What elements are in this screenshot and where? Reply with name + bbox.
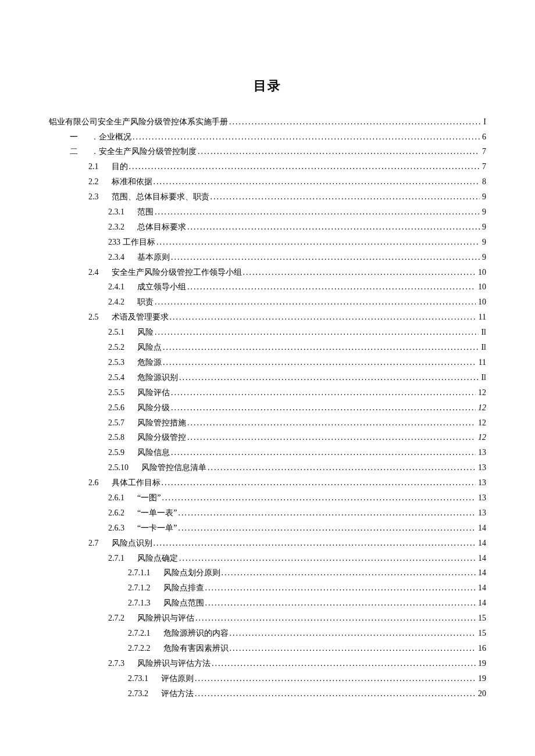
toc-entry-text: 评估方法 [161, 686, 195, 701]
toc-entry-label: 2.5.5 [108, 385, 127, 400]
toc-entry-text: 职责 [137, 295, 155, 310]
toc-entry-label: 2.73.1 [128, 671, 151, 686]
toc-entry-page: Il [479, 325, 486, 340]
toc-entry-page: 11 [476, 310, 486, 325]
toc-leader-dots [171, 400, 476, 415]
toc-leader-dots [155, 325, 479, 340]
toc-entry-label: 2.5.6 [108, 400, 127, 415]
toc-leader-dots [198, 144, 480, 159]
toc-entry-page: 9 [480, 235, 486, 250]
toc-leader-dots [162, 490, 476, 506]
toc-entry-page: 13 [476, 445, 486, 460]
toc-entry: 2.5.3危险源11 [49, 355, 486, 370]
toc-leader-dots [195, 686, 476, 701]
toc-entry-text: 评估原则 [161, 671, 195, 686]
toc-entry: 2.5.1风险Il [49, 325, 486, 340]
toc-entry-text: “一图” [137, 490, 162, 506]
toc-entry-page: 20 [476, 686, 486, 701]
toc-entry-text: 风险点范围 [163, 596, 205, 611]
toc-entry-text: 范围、总体目标要求、职责 [112, 189, 211, 205]
toc-entry-text: 范围 [137, 205, 155, 220]
toc-entry-page: 16 [476, 641, 486, 656]
toc-entry-label: 2.3.1 [108, 205, 127, 220]
toc-entry-text: 铝业有限公司安全生产风险分级管控体系实施手册 [49, 114, 229, 130]
toc-entry: 2.7.1.3风险点范围14 [49, 596, 486, 611]
toc-entry-label: 2.5.7 [108, 415, 127, 431]
toc-entry-text: 基本原则 [137, 250, 171, 265]
toc-entry-text: 风险辨识与评估方法 [137, 656, 212, 671]
toc-entry-text: 总体目标要求 [137, 220, 187, 235]
toc-leader-dots [154, 536, 476, 551]
toc-entry-text: 标准和依据 [112, 174, 154, 189]
toc-entry-page: 11 [476, 355, 486, 370]
toc-entry-label: 2.4 [88, 265, 101, 280]
toc-leader-dots [178, 506, 476, 521]
toc-entry: 2.5.6风险分级12 [49, 400, 486, 415]
toc-entry-text: 风险辨识与评估 [137, 611, 195, 626]
toc-entry-label: 2.7.2.1 [128, 626, 153, 641]
toc-entry-page: 7 [480, 144, 486, 159]
toc-entry-text: 风险分级 [137, 400, 171, 415]
toc-entry-label: 2.7.1.2 [128, 581, 153, 596]
toc-entry: 2.1目的7 [49, 159, 486, 174]
toc-entry-page: 12 [476, 400, 486, 415]
toc-entry-text: 危险源 [137, 355, 163, 370]
toc-entry: 2.73.2评估方法20 [49, 686, 486, 701]
toc-entry-page: 14 [476, 551, 486, 566]
toc-leader-dots [187, 430, 476, 445]
toc-entry-page: 13 [476, 490, 486, 506]
toc-leader-dots [171, 445, 476, 460]
toc-entry-page: 10 [476, 280, 486, 295]
toc-entry-text: 风险评估 [137, 385, 171, 400]
toc-entry-page: 14 [476, 536, 486, 551]
toc-entry-page: 6 [480, 130, 486, 145]
toc-entry: 2.7风险点识别14 [49, 536, 486, 551]
toc-entry: 2.7.3风险辨识与评估方法19 [49, 656, 486, 671]
toc-leader-dots [195, 611, 476, 626]
toc-entry-label: 2.7.2.2 [128, 641, 153, 656]
toc-entry-label: 2.6.1 [108, 490, 127, 506]
toc-entry-page: 9 [480, 189, 486, 205]
toc-entry: 2.5.8风险分级管控12 [49, 430, 486, 445]
toc-entry-label: 2.7.1 [108, 551, 127, 566]
toc-entry-label: 2.6.2 [108, 506, 127, 521]
toc-entry-page: Il [479, 370, 486, 385]
toc-entry-text: ．企业概况 [91, 130, 133, 145]
toc-entry: 2.3.2总体目标要求9 [49, 220, 486, 235]
toc-entry: 233工作目标9 [49, 235, 486, 250]
toc-entry-page: 14 [476, 596, 486, 611]
toc-leader-dots [171, 385, 476, 400]
toc-entry: 2.3范围、总体目标要求、职责9 [49, 189, 486, 205]
toc-entry-text: 风险点排查 [163, 581, 205, 596]
toc-entry-text: 术语及管理要求 [112, 310, 170, 325]
toc-leader-dots [222, 565, 476, 581]
toc-entry-label: 2.6.3 [108, 521, 127, 536]
toc-leader-dots [205, 596, 476, 611]
toc-entry-page: 13 [476, 475, 486, 490]
toc-entry: 2.7.1.2风险点排查14 [49, 581, 486, 596]
toc-entry-page: 12 [476, 415, 486, 431]
toc-entry: 2.5.2风险点Il [49, 340, 486, 355]
toc-entry: 2.6具体工作目标13 [49, 475, 486, 490]
toc-entry-label: 2.5.3 [108, 355, 127, 370]
toc-entry-label: 2.7.1.3 [128, 596, 153, 611]
toc-leader-dots [155, 205, 480, 220]
toc-entry-page: 10 [476, 295, 486, 310]
toc-entry: 2.6.2“一单一表”13 [49, 506, 486, 521]
toc-entry-page: 13 [476, 460, 486, 475]
toc-entry-label: 2.7 [88, 536, 101, 551]
toc-leader-dots [205, 581, 476, 596]
toc-entry-page: 9 [480, 250, 486, 265]
toc-entry: 二．安全生产风险分级管控制度7 [49, 144, 486, 159]
toc-entry-text: 风险分级管控 [137, 430, 187, 445]
toc-entry-text: 风险点识别 [112, 536, 154, 551]
toc-leader-dots [229, 114, 481, 130]
toc-entry-label: 一 [70, 130, 80, 145]
toc-leader-dots [187, 280, 476, 295]
toc-entry-label: 2.5.4 [108, 370, 127, 385]
toc-leader-dots [171, 250, 480, 265]
toc-list: 铝业有限公司安全生产风险分级管控体系实施手册I一．企业概况6二．安全生产风险分级… [49, 114, 486, 701]
toc-leader-dots [154, 174, 480, 189]
toc-entry-page: 9 [480, 220, 486, 235]
toc-entry-label: 2.7.3 [108, 656, 127, 671]
